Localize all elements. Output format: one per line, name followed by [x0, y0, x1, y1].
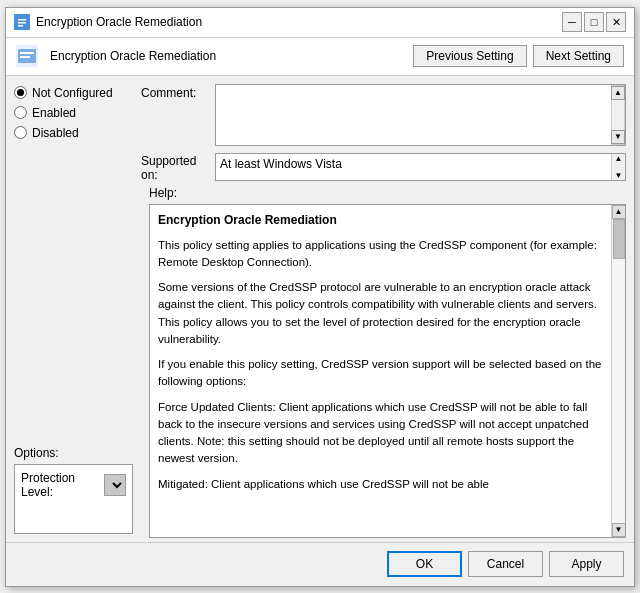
- comment-scrollbar: ▲ ▼: [611, 85, 625, 145]
- ok-button[interactable]: OK: [387, 551, 462, 577]
- help-label: Help:: [149, 186, 626, 200]
- scroll-down-arrow[interactable]: ▼: [611, 130, 625, 144]
- radio-group: Not Configured Enabled Disabled: [14, 86, 133, 140]
- cancel-button[interactable]: Cancel: [468, 551, 543, 577]
- help-para-1: This policy setting applies to applicati…: [158, 237, 603, 272]
- minimize-button[interactable]: ─: [562, 12, 582, 32]
- protection-label: Protection Level:: [21, 471, 98, 499]
- help-box: Encryption Oracle Remediation This polic…: [149, 204, 626, 538]
- comment-textarea[interactable]: [216, 85, 611, 145]
- radio-not-configured[interactable]: Not Configured: [14, 86, 133, 100]
- supported-label: Supported on:: [141, 152, 211, 182]
- supported-scroll-up[interactable]: ▲: [615, 154, 623, 163]
- apply-button[interactable]: Apply: [549, 551, 624, 577]
- help-scroll-up-button[interactable]: ▲: [612, 205, 626, 219]
- previous-setting-button[interactable]: Previous Setting: [413, 45, 526, 67]
- close-button[interactable]: ✕: [606, 12, 626, 32]
- help-scroll-thumb: [613, 219, 625, 259]
- help-scroll-track: [612, 219, 625, 523]
- radio-not-configured-circle: [14, 86, 27, 99]
- svg-rect-2: [18, 22, 26, 24]
- help-para-3: If you enable this policy setting, CredS…: [158, 356, 603, 391]
- radio-enabled[interactable]: Enabled: [14, 106, 133, 120]
- title-bar: Encryption Oracle Remediation ─ □ ✕: [6, 8, 634, 38]
- svg-rect-1: [18, 19, 26, 21]
- options-box: Protection Level:: [14, 464, 133, 534]
- radio-disabled-label: Disabled: [32, 126, 79, 140]
- svg-rect-7: [20, 56, 30, 58]
- maximize-button[interactable]: □: [584, 12, 604, 32]
- options-section: Options: Protection Level:: [14, 446, 133, 534]
- scroll-up-arrow[interactable]: ▲: [611, 86, 625, 100]
- window-icon: [14, 14, 30, 30]
- window-title: Encryption Oracle Remediation: [36, 15, 562, 29]
- mid-right: Help: Encryption Oracle Remediation This…: [149, 186, 626, 538]
- supported-scroll-down[interactable]: ▼: [615, 171, 623, 180]
- options-label: Options:: [14, 446, 133, 460]
- next-setting-button[interactable]: Next Setting: [533, 45, 624, 67]
- right-side: Comment: ▲ ▼ Supported on: At least Wind…: [141, 76, 634, 542]
- supported-scrollbar: ▲ ▼: [611, 154, 625, 180]
- footer: OK Cancel Apply: [6, 542, 634, 586]
- svg-rect-3: [18, 25, 23, 27]
- radio-disabled[interactable]: Disabled: [14, 126, 133, 140]
- comment-box-wrapper: ▲ ▼: [215, 84, 626, 146]
- radio-enabled-label: Enabled: [32, 106, 76, 120]
- main-window: Encryption Oracle Remediation ─ □ ✕ Encr…: [5, 7, 635, 587]
- protection-row: Protection Level:: [21, 471, 126, 499]
- nav-buttons: Previous Setting Next Setting: [413, 45, 624, 67]
- comment-label: Comment:: [141, 84, 211, 100]
- full-layout: Not Configured Enabled Disabled Options:…: [6, 76, 634, 542]
- help-para-4: Force Updated Clients: Client applicatio…: [158, 399, 603, 468]
- header-title: Encryption Oracle Remediation: [50, 49, 401, 63]
- radio-enabled-circle: [14, 106, 27, 119]
- comment-row: Comment: ▲ ▼: [141, 84, 626, 146]
- help-scroll-down-button[interactable]: ▼: [612, 523, 626, 537]
- supported-row: Supported on: At least Windows Vista ▲ ▼: [141, 152, 626, 182]
- help-para-2: Some versions of the CredSSP protocol ar…: [158, 279, 603, 348]
- mid-section: Help: Encryption Oracle Remediation This…: [141, 182, 626, 538]
- help-text-content: Encryption Oracle Remediation This polic…: [150, 205, 611, 537]
- radio-not-configured-label: Not Configured: [32, 86, 113, 100]
- svg-rect-6: [20, 52, 34, 54]
- help-title: Encryption Oracle Remediation: [158, 211, 603, 229]
- help-para-5: Mitigated: Client applications which use…: [158, 476, 603, 493]
- supported-value: At least Windows Vista: [216, 154, 611, 180]
- header-bar: Encryption Oracle Remediation Previous S…: [6, 38, 634, 76]
- help-scrollbar: ▲ ▼: [611, 205, 625, 537]
- header-icon: [16, 45, 38, 67]
- supported-box: At least Windows Vista ▲ ▼: [215, 153, 626, 181]
- window-controls: ─ □ ✕: [562, 12, 626, 32]
- radio-disabled-circle: [14, 126, 27, 139]
- protection-select[interactable]: [104, 474, 126, 496]
- left-side: Not Configured Enabled Disabled Options:…: [6, 76, 141, 542]
